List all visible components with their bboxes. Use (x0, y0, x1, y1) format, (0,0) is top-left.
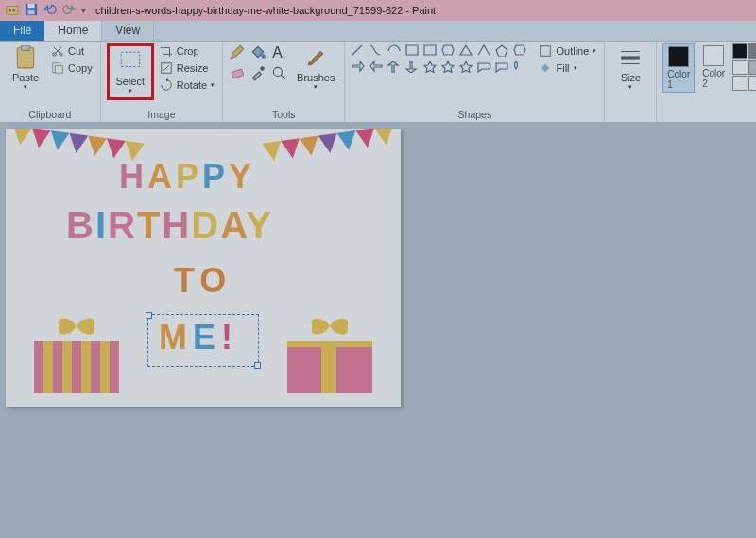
text-birthday: BIRTHDAY (66, 204, 273, 247)
tool-grid: A (229, 43, 289, 93)
shape-icon[interactable] (440, 60, 455, 73)
svg-point-2 (12, 9, 16, 12)
shapes-gallery[interactable] (351, 43, 529, 76)
size-button[interactable]: Size ▾ (610, 43, 650, 93)
ribbon: Paste ▾ Cut Copy Clipboard Select ▾ Crop… (0, 42, 756, 123)
group-image: Select ▾ Crop Resize Rotate▾ Image (101, 42, 223, 122)
shape-icon[interactable] (387, 43, 402, 57)
shape-icon[interactable] (387, 60, 402, 73)
svg-rect-12 (121, 52, 140, 66)
select-button[interactable]: Select ▾ (111, 47, 150, 96)
group-colors: Color 1 Color 2 Colors (657, 42, 756, 122)
ribbon-tabs: File Home View (0, 21, 756, 42)
gift-left (34, 327, 119, 393)
group-tools: A Brushes ▾ Tools (223, 42, 345, 122)
svg-rect-7 (22, 45, 30, 50)
cut-button[interactable]: Cut (49, 43, 94, 59)
svg-point-1 (9, 9, 12, 12)
resize-button[interactable]: Resize (158, 61, 216, 76)
paste-label: Paste (12, 72, 39, 83)
swatch[interactable] (748, 43, 756, 59)
group-label-shapes: Shapes (351, 109, 598, 122)
app-icon (6, 3, 19, 18)
qat-dropdown-icon[interactable]: ▾ (81, 6, 86, 15)
redo-icon[interactable] (62, 3, 76, 18)
shape-icon[interactable] (404, 60, 420, 73)
chevron-down-icon: ▾ (314, 83, 318, 91)
shape-icon[interactable] (512, 43, 527, 57)
rotate-button[interactable]: Rotate▾ (158, 78, 216, 93)
select-label: Select (115, 76, 145, 87)
color2-button[interactable]: Color 2 (698, 43, 729, 93)
brushes-label: Brushes (297, 72, 335, 83)
svg-rect-16 (232, 69, 244, 78)
shape-icon[interactable] (494, 43, 509, 57)
svg-point-17 (260, 66, 265, 71)
copy-button[interactable]: Copy (49, 61, 94, 76)
shape-icon[interactable] (422, 43, 438, 57)
group-label-tools: Tools (229, 109, 338, 122)
shape-icon[interactable] (404, 43, 420, 57)
svg-rect-11 (55, 65, 62, 73)
swatch[interactable] (732, 43, 747, 59)
save-icon[interactable] (25, 3, 38, 18)
outline-button[interactable]: Outline▾ (537, 43, 598, 59)
swatch[interactable] (748, 76, 756, 91)
shape-icon[interactable] (422, 60, 438, 73)
tab-file[interactable]: File (0, 21, 44, 41)
shape-icon[interactable] (369, 43, 384, 57)
svg-point-18 (273, 67, 282, 76)
shape-icon[interactable] (476, 43, 491, 57)
size-label: Size (621, 72, 641, 83)
fill-button[interactable]: Fill▾ (537, 61, 598, 76)
shape-icon[interactable] (351, 60, 366, 73)
swatch[interactable] (732, 76, 747, 91)
shape-icon[interactable] (440, 43, 455, 57)
group-size: Size ▾ (605, 42, 657, 122)
chevron-down-icon: ▾ (129, 87, 132, 95)
crop-button[interactable]: Crop (158, 43, 216, 59)
quick-access-toolbar: ▾ (0, 3, 92, 18)
text-happy: HAPPY (119, 157, 255, 197)
shape-icon[interactable] (494, 60, 509, 73)
picker-icon[interactable] (249, 64, 268, 83)
pencil-icon[interactable] (229, 43, 248, 62)
svg-rect-4 (28, 4, 35, 8)
undo-icon[interactable] (43, 3, 57, 18)
shape-icon[interactable] (458, 60, 473, 73)
group-label-image: Image (107, 109, 216, 122)
group-shapes: Outline▾ Fill▾ Shapes (345, 42, 605, 122)
tab-view[interactable]: View (102, 21, 154, 41)
chevron-down-icon: ▾ (24, 83, 27, 91)
text-to: TO (174, 261, 232, 301)
title-bar: ▾ children-s-words-happy-birthday-me-whi… (0, 0, 756, 21)
chevron-down-icon: ▾ (628, 83, 632, 91)
shape-icon[interactable] (351, 43, 366, 57)
color1-button[interactable]: Color 1 (662, 43, 695, 93)
canvas[interactable]: HAPPY BIRTHDAY TO ME! (6, 129, 401, 407)
text-icon[interactable]: A (270, 43, 289, 62)
svg-point-14 (261, 54, 266, 59)
brushes-button[interactable]: Brushes ▾ (293, 43, 338, 93)
eraser-icon[interactable] (229, 64, 248, 83)
group-label-clipboard: Clipboard (6, 109, 94, 122)
fill-icon[interactable] (249, 43, 268, 62)
svg-text:A: A (272, 44, 283, 61)
svg-rect-19 (541, 46, 551, 57)
group-label-colors: Colors (662, 109, 756, 122)
selection-rectangle[interactable] (147, 314, 259, 367)
shape-icon[interactable] (458, 43, 473, 57)
canvas-area: HAPPY BIRTHDAY TO ME! (0, 123, 756, 412)
group-clipboard: Paste ▾ Cut Copy Clipboard (0, 42, 101, 122)
paste-button[interactable]: Paste ▾ (6, 43, 45, 93)
shape-icon[interactable] (369, 60, 384, 73)
magnifier-icon[interactable] (270, 64, 289, 83)
tab-home[interactable]: Home (44, 21, 102, 41)
bunting-right (262, 129, 395, 163)
swatch[interactable] (732, 60, 747, 75)
color-palette[interactable] (732, 43, 756, 93)
shape-icon[interactable] (512, 60, 527, 73)
gift-right (287, 327, 372, 393)
shape-icon[interactable] (476, 60, 491, 73)
swatch[interactable] (748, 60, 756, 75)
